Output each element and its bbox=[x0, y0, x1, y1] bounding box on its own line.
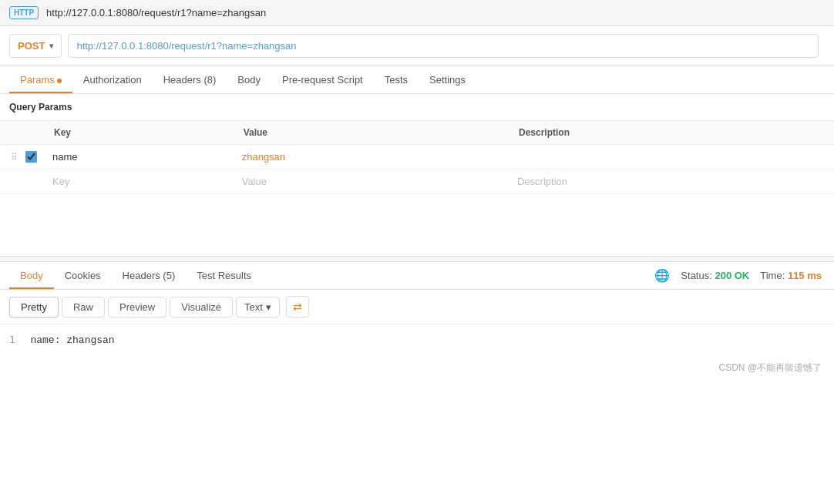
value-cell[interactable]: zhangsan bbox=[234, 145, 509, 170]
title-bar: HTTP http://127.0.0.1:8080/request/r1?na… bbox=[0, 0, 834, 26]
text-dropdown[interactable]: Text ▾ bbox=[236, 297, 280, 318]
chevron-down-icon: ▾ bbox=[49, 42, 53, 50]
globe-icon: 🌐 bbox=[654, 268, 670, 283]
col-value: Value bbox=[234, 121, 509, 145]
time-value: 115 ms bbox=[788, 270, 822, 281]
params-table: Key Value Description ⠿ name zhangsan Ke… bbox=[0, 120, 834, 194]
method-dropdown[interactable]: POST ▾ bbox=[9, 34, 62, 58]
response-status: 🌐 Status: 200 OK Time: 115 ms bbox=[654, 268, 825, 283]
params-dot bbox=[57, 79, 62, 83]
key-placeholder[interactable]: Key bbox=[45, 170, 234, 194]
title-url: http://127.0.0.1:8080/request/r1?name=zh… bbox=[46, 7, 266, 18]
watermark: CSDN @不能再留遗憾了 bbox=[0, 355, 834, 381]
tab-params[interactable]: Params bbox=[9, 66, 72, 93]
response-tabs: Body Cookies Headers (5) Test Results 🌐 … bbox=[0, 262, 834, 290]
response-body: 1 name: zhangsan bbox=[0, 324, 834, 355]
response-content: name: zhangsan bbox=[30, 334, 114, 346]
col-key: Key bbox=[45, 121, 234, 145]
description-cell[interactable] bbox=[509, 145, 834, 170]
method-label: POST bbox=[18, 40, 45, 52]
response-tab-cookies[interactable]: Cookies bbox=[54, 262, 112, 289]
table-row-placeholder: Key Value Description bbox=[0, 170, 834, 194]
preview-button[interactable]: Preview bbox=[108, 297, 166, 318]
response-tab-headers[interactable]: Headers (5) bbox=[112, 262, 187, 289]
pretty-button[interactable]: Pretty bbox=[9, 297, 59, 318]
format-bar: Pretty Raw Preview Visualize Text ▾ ⇄ bbox=[0, 290, 834, 324]
line-number: 1 bbox=[9, 334, 15, 345]
drag-cell: ⠿ bbox=[0, 145, 45, 170]
table-row: ⠿ name zhangsan bbox=[0, 145, 834, 170]
key-cell[interactable]: name bbox=[45, 145, 234, 170]
status-label: Status: 200 OK bbox=[681, 270, 749, 281]
response-area: Body Cookies Headers (5) Test Results 🌐 … bbox=[0, 262, 834, 355]
drag-handle-icon[interactable]: ⠿ bbox=[8, 152, 21, 163]
tab-headers[interactable]: Headers (8) bbox=[153, 66, 227, 93]
http-badge: HTTP bbox=[9, 6, 39, 19]
visualize-button[interactable]: Visualize bbox=[170, 297, 233, 318]
chevron-down-icon: ▾ bbox=[266, 301, 271, 313]
value-placeholder[interactable]: Value bbox=[234, 170, 509, 194]
tab-prerequest[interactable]: Pre-request Script bbox=[271, 66, 374, 93]
drag-cell-empty bbox=[0, 170, 45, 194]
request-tabs: Params Authorization Headers (8) Body Pr… bbox=[0, 66, 834, 94]
time-label: Time: 115 ms bbox=[760, 270, 822, 281]
status-value: 200 OK bbox=[715, 270, 749, 281]
col-description: Description bbox=[509, 121, 834, 145]
tab-body[interactable]: Body bbox=[227, 66, 271, 93]
response-tab-testresults[interactable]: Test Results bbox=[186, 262, 262, 289]
tab-settings[interactable]: Settings bbox=[419, 66, 476, 93]
row-checkbox[interactable] bbox=[25, 151, 37, 163]
wrap-button[interactable]: ⇄ bbox=[286, 296, 309, 318]
request-bar: POST ▾ bbox=[0, 26, 834, 66]
query-params-title: Query Params bbox=[0, 94, 834, 120]
response-tab-body[interactable]: Body bbox=[9, 262, 54, 289]
section-divider bbox=[0, 256, 834, 262]
tab-authorization[interactable]: Authorization bbox=[72, 66, 153, 93]
col-drag bbox=[0, 121, 45, 145]
url-input[interactable] bbox=[68, 34, 819, 58]
raw-button[interactable]: Raw bbox=[62, 297, 105, 318]
description-placeholder[interactable]: Description bbox=[509, 170, 834, 194]
tab-tests[interactable]: Tests bbox=[374, 66, 419, 93]
